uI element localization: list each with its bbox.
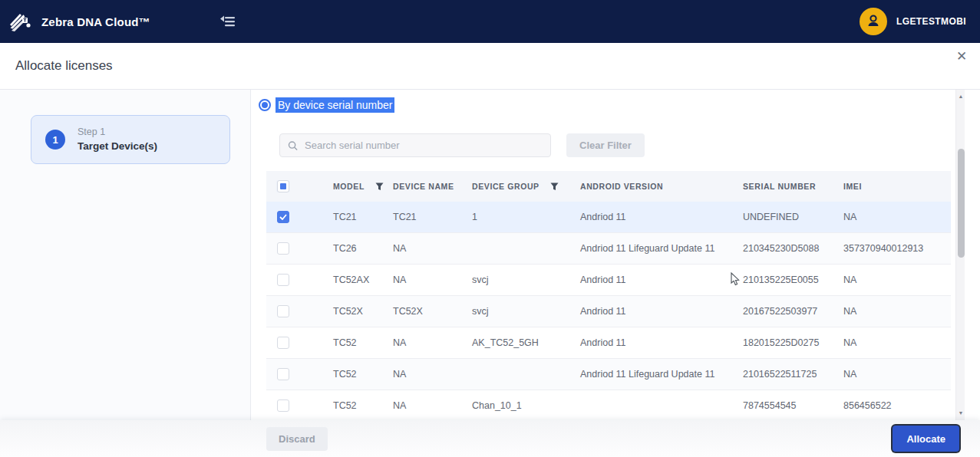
cell-device-name: TC21	[387, 212, 460, 222]
cell-device-group: 1	[460, 212, 571, 222]
dialog-titlebar: Allocate licenses	[0, 43, 980, 90]
top-app-bar: Zebra DNA Cloud™ LGETESTMOBI	[0, 0, 980, 43]
cell-imei: NA	[834, 369, 951, 380]
row-checkbox[interactable]	[277, 368, 289, 380]
cell-serial-number: 182015225D0275	[734, 337, 834, 348]
by-serial-radio[interactable]	[259, 99, 271, 111]
row-checkbox[interactable]	[277, 211, 289, 223]
cell-device-name: NA	[387, 275, 460, 285]
table-row[interactable]: TC21 TC21 1 Andriod 11 UNDEFINED NA	[266, 202, 951, 233]
cell-android-version: Andriod 11 Lifeguard Update 11	[571, 369, 734, 380]
device-group-filter-icon[interactable]	[550, 182, 559, 191]
cell-android-version: Andriod 11 Lifeguard Update 11	[571, 243, 734, 254]
by-serial-radio-label[interactable]: By device serial number	[276, 97, 394, 113]
cell-imei: 856456522	[834, 400, 951, 411]
cell-imei: NA	[834, 306, 951, 317]
column-model[interactable]: MODEL	[333, 182, 365, 191]
search-box[interactable]	[279, 133, 551, 157]
cell-imei: 357370940012913	[834, 243, 951, 254]
row-checkbox[interactable]	[277, 337, 289, 349]
devices-table-body: TC21 TC21 1 Andriod 11 UNDEFINED NA TC26…	[266, 202, 951, 420]
search-icon	[288, 140, 298, 151]
close-icon[interactable]: ✕	[953, 48, 970, 64]
devices-table: MODEL DEVICE NAME DEVICE GROUP ANDROID V…	[266, 171, 951, 420]
brand-name: Zebra DNA Cloud™	[41, 15, 150, 28]
table-row[interactable]: TC52X TC52X svcj Andriod 11 201675225039…	[266, 296, 951, 327]
devices-table-header: MODEL DEVICE NAME DEVICE GROUP ANDROID V…	[266, 171, 951, 202]
column-device-group[interactable]: DEVICE GROUP	[472, 182, 539, 191]
table-row[interactable]: TC52 NA AK_TC52_5GH Andriod 11 182015225…	[266, 327, 951, 359]
search-row: Clear Filter	[279, 133, 980, 157]
cell-serial-number: 7874554545	[734, 400, 834, 411]
step-label: Step 1	[78, 125, 157, 139]
serial-number-radio-row: By device serial number	[259, 97, 980, 113]
cell-model: TC52	[333, 369, 357, 380]
select-all-checkbox[interactable]	[277, 180, 289, 192]
dialog-footer: Discard Allocate	[0, 420, 980, 457]
cell-imei: NA	[834, 212, 951, 222]
cell-serial-number: 20167522503977	[734, 306, 834, 317]
table-row[interactable]: TC52 NA Andriod 11 Lifeguard Update 11 2…	[266, 359, 951, 390]
clear-filter-button[interactable]: Clear Filter	[566, 133, 645, 157]
cell-device-group: Chan_10_1	[460, 400, 571, 411]
user-avatar[interactable]	[860, 8, 887, 35]
cell-serial-number: 210345230D5088	[734, 243, 834, 254]
panel-scrollbar[interactable]: ▲ ▼	[955, 90, 965, 420]
username-label: LGETESTMOBI	[896, 16, 966, 27]
steps-sidebar: 1 Step 1 Target Device(s)	[0, 90, 251, 420]
cell-device-name: NA	[387, 400, 460, 411]
model-filter-icon[interactable]	[375, 182, 384, 191]
cell-imei: NA	[834, 275, 951, 285]
cell-device-name: TC52X	[387, 306, 460, 317]
cell-serial-number: 210135225E0055	[734, 275, 834, 285]
target-devices-panel: By device serial number Clear Filter MOD…	[251, 90, 980, 420]
discard-button[interactable]: Discard	[266, 427, 328, 451]
cell-model: TC52	[333, 400, 357, 411]
step-number-badge: 1	[45, 130, 65, 150]
cell-model: TC26	[333, 243, 357, 254]
cell-serial-number: 21016522511725	[734, 369, 834, 380]
column-android-version[interactable]: ANDROID VERSION	[571, 182, 734, 191]
cell-model: TC52AX	[333, 275, 369, 285]
cell-device-name: NA	[387, 369, 460, 380]
column-device-name[interactable]: DEVICE NAME	[387, 182, 460, 191]
cell-android-version: Andriod 11	[571, 275, 734, 285]
cell-model: TC52X	[333, 306, 363, 317]
cell-device-name: NA	[387, 337, 460, 348]
cell-serial-number: UNDEFINED	[734, 212, 834, 222]
table-row[interactable]: TC26 NA Andriod 11 Lifeguard Update 11 2…	[266, 233, 951, 265]
dialog-body: 1 Step 1 Target Device(s) By device seri…	[0, 90, 980, 420]
cell-imei: NA	[834, 337, 951, 348]
table-row[interactable]: TC52AX NA svcj Andriod 11 210135225E0055…	[266, 265, 951, 296]
cell-android-version: Andriod 11	[571, 337, 734, 348]
cell-android-version: Andriod 11	[571, 306, 734, 317]
table-row[interactable]: TC52 NA Chan_10_1 7874554545 856456522	[266, 390, 951, 420]
step-title: Target Device(s)	[78, 139, 157, 154]
scrollbar-up-arrow[interactable]: ▲	[956, 92, 965, 101]
search-serial-input[interactable]	[305, 140, 543, 151]
cell-device-group: AK_TC52_5GH	[460, 337, 571, 348]
cell-android-version: Andriod 11	[571, 212, 734, 222]
row-checkbox[interactable]	[277, 399, 289, 412]
column-imei[interactable]: IMEI	[834, 182, 951, 191]
row-checkbox[interactable]	[277, 305, 289, 317]
column-serial-number[interactable]: SERIAL NUMBER	[734, 182, 834, 191]
step-1-card[interactable]: 1 Step 1 Target Device(s)	[31, 115, 230, 164]
scrollbar-down-arrow[interactable]: ▼	[956, 409, 965, 418]
collapse-menu-icon[interactable]	[219, 15, 236, 28]
allocate-button[interactable]: Allocate	[893, 426, 959, 452]
row-checkbox[interactable]	[277, 242, 289, 255]
cell-device-group: svcj	[460, 306, 571, 317]
cell-model: TC52	[333, 337, 357, 348]
cell-model: TC21	[333, 212, 357, 222]
cell-device-name: NA	[387, 243, 460, 254]
zebra-logo-icon	[8, 8, 34, 35]
scrollbar-thumb[interactable]	[958, 149, 965, 258]
page-title: Allocate licenses	[15, 58, 113, 74]
cell-device-group: svcj	[460, 275, 571, 285]
row-checkbox[interactable]	[277, 274, 289, 286]
